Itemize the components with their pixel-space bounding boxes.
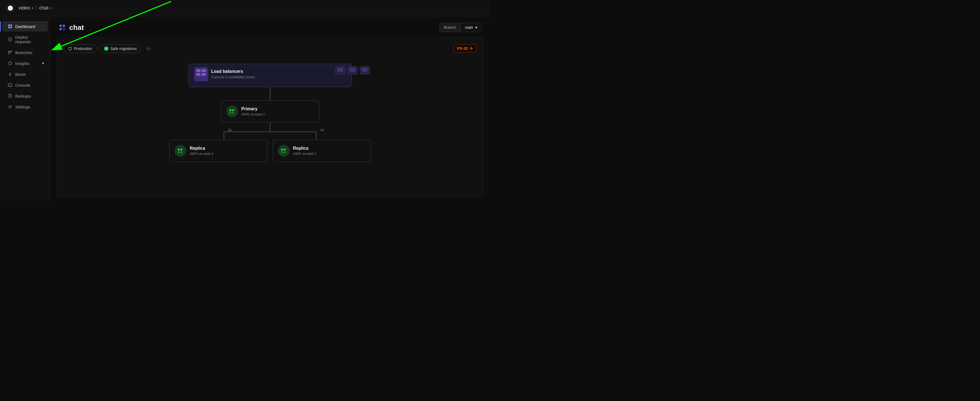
- primary-subtitle: AWS us-east-1: [241, 112, 265, 116]
- check-circle-icon: ✓: [104, 46, 108, 51]
- sidebar-label-settings: Settings: [15, 105, 30, 109]
- db-chevron-icon: ▾: [50, 6, 52, 10]
- svg-point-20: [471, 48, 472, 49]
- sidebar-label-deploy-requests: Deploy requests: [15, 35, 42, 44]
- sidebar-item-dashboard[interactable]: Dashboard: [2, 21, 48, 32]
- insights-notification-dot: [42, 62, 44, 64]
- sidebar-label-branches: Branches: [15, 50, 32, 55]
- branch-value-text: main: [465, 25, 473, 30]
- svg-point-8: [8, 51, 10, 52]
- svg-rect-31: [196, 73, 200, 76]
- breadcrumb-separator: /: [36, 5, 37, 11]
- sidebar-item-insights[interactable]: Insights: [2, 58, 48, 68]
- svg-rect-34: [337, 68, 343, 72]
- top-header: video ▾ / chat ▾: [0, 0, 490, 16]
- svg-rect-53: [281, 149, 283, 151]
- dashboard-icon: [8, 24, 13, 29]
- breadcrumb: video ▾ / chat ▾: [19, 5, 52, 11]
- architecture-diagram: 0s 0s Load balancers 3 across 3 availabi…: [64, 61, 477, 175]
- svg-rect-30: [202, 69, 206, 72]
- logo: [5, 3, 15, 13]
- svg-rect-16: [63, 25, 65, 27]
- ps-badge[interactable]: PS-10: [453, 44, 477, 53]
- sidebar-item-console[interactable]: Console: [2, 80, 48, 90]
- replica2-title: Replica: [293, 146, 309, 151]
- svg-rect-36: [350, 68, 355, 72]
- svg-rect-4: [10, 24, 12, 26]
- svg-rect-47: [178, 149, 180, 151]
- svg-rect-43: [229, 112, 231, 114]
- svg-rect-32: [202, 73, 206, 76]
- svg-rect-28: [194, 67, 208, 81]
- svg-point-19: [148, 48, 149, 49]
- svg-rect-3: [8, 24, 10, 26]
- svg-point-52: [278, 145, 290, 157]
- insights-icon: [8, 61, 13, 66]
- svg-rect-50: [180, 151, 182, 153]
- replica1-subtitle: AWS us-east-1: [190, 151, 213, 156]
- svg-rect-49: [178, 151, 180, 153]
- sidebar-item-deploy-requests[interactable]: Deploy requests: [2, 32, 48, 47]
- sidebar-item-branches[interactable]: Branches: [2, 47, 48, 57]
- svg-rect-55: [281, 151, 283, 153]
- svg-rect-54: [284, 149, 286, 151]
- sidebar-item-boost[interactable]: Boost: [2, 69, 48, 80]
- replica1-title: Replica: [190, 146, 205, 151]
- lb-subtitle: 3 across 3 availability zones: [211, 75, 255, 79]
- svg-rect-15: [59, 25, 62, 27]
- safe-migrations-label: Safe migrations: [110, 46, 137, 51]
- sidebar-label-insights: Insights: [15, 61, 29, 66]
- svg-rect-6: [10, 27, 12, 28]
- content-area: chat Branch main ▾: [50, 16, 490, 200]
- production-label: Production: [74, 46, 92, 51]
- sidebar-item-settings[interactable]: Settings: [2, 102, 48, 112]
- branch-chevron-icon: ▾: [475, 25, 477, 30]
- org-chevron-icon: ▾: [32, 6, 33, 10]
- svg-rect-17: [59, 28, 62, 30]
- planetscale-icon: [59, 24, 66, 31]
- lb-title: Load balancers: [211, 69, 243, 74]
- boost-icon: [8, 72, 13, 76]
- svg-rect-48: [180, 149, 182, 151]
- db-title: chat: [69, 23, 84, 32]
- svg-point-14: [10, 106, 11, 108]
- latency-label-left: 0s: [228, 128, 232, 132]
- db-name: chat: [40, 5, 49, 11]
- replica2-subtitle: AWS us-east-1: [293, 151, 317, 156]
- panel-toolbar: Production ✓ Safe migrations: [64, 44, 477, 53]
- logo-icon: [7, 5, 13, 11]
- sidebar-label-backups: Backups: [15, 94, 31, 99]
- svg-rect-44: [232, 112, 234, 114]
- svg-point-40: [226, 105, 238, 117]
- console-icon: [8, 83, 13, 88]
- branch-selector[interactable]: Branch main ▾: [439, 23, 482, 32]
- branch-value-button[interactable]: main ▾: [461, 23, 482, 32]
- svg-rect-29: [196, 69, 200, 72]
- svg-rect-56: [284, 151, 286, 153]
- db-breadcrumb[interactable]: chat ▾: [40, 5, 52, 11]
- sidebar: Dashboard Deploy requests Branches: [0, 16, 50, 200]
- content-title: chat: [59, 23, 84, 32]
- content-header: chat Branch main ▾: [50, 16, 490, 38]
- org-breadcrumb[interactable]: video ▾: [19, 5, 33, 11]
- shield-icon: [68, 47, 72, 51]
- primary-title: Primary: [241, 107, 258, 111]
- diagram-panel: Production ✓ Safe migrations PS-10: [57, 38, 484, 197]
- backups-icon: [8, 94, 13, 99]
- branch-label: Branch: [439, 23, 460, 32]
- production-badge[interactable]: Production: [64, 44, 97, 53]
- org-name: video: [19, 5, 30, 11]
- svg-rect-41: [229, 109, 231, 111]
- gear-button[interactable]: [144, 44, 153, 53]
- sidebar-label-console: Console: [15, 83, 30, 88]
- sidebar-label-boost: Boost: [15, 72, 25, 76]
- sidebar-item-backups[interactable]: Backups: [2, 91, 48, 101]
- sidebar-label-dashboard: Dashboard: [15, 24, 35, 29]
- safe-migrations-badge[interactable]: ✓ Safe migrations: [99, 44, 141, 53]
- svg-rect-18: [63, 28, 65, 30]
- gear-icon: [146, 46, 151, 51]
- svg-rect-5: [8, 27, 10, 28]
- branches-icon: [8, 50, 13, 55]
- ps-settings-icon: [469, 46, 473, 50]
- settings-icon: [8, 104, 13, 109]
